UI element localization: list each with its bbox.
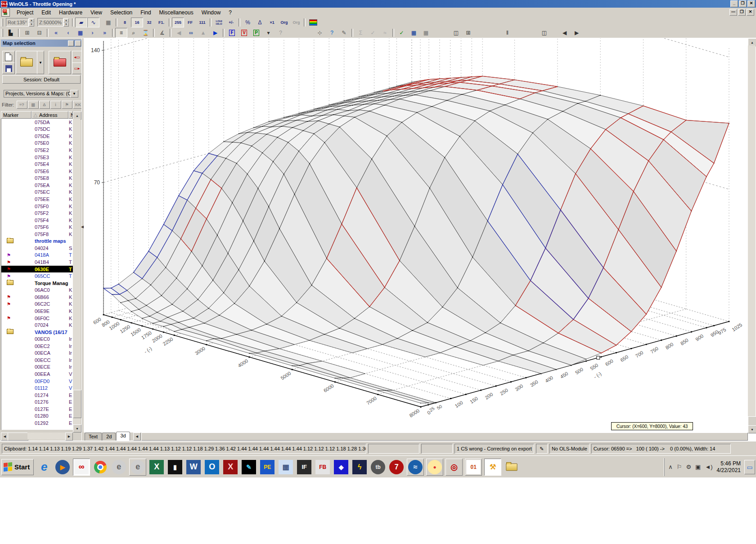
map-list-item[interactable]: 075F0K bbox=[1, 203, 73, 210]
import-file-button[interactable]: ◂▭ bbox=[72, 51, 82, 63]
map-list-item[interactable]: 075E3K bbox=[1, 154, 73, 161]
context-help-button[interactable]: ? bbox=[326, 28, 338, 38]
hourglass-doc-button[interactable]: ⌛ bbox=[140, 28, 152, 38]
map-list-item[interactable]: 075E8K bbox=[1, 175, 73, 182]
prev-map-button[interactable]: ‹ bbox=[62, 28, 74, 38]
map-list-item[interactable]: 00ECEIr bbox=[1, 364, 73, 371]
table-blue-button[interactable]: ▦ bbox=[408, 28, 420, 38]
media-player-taskbar-button[interactable]: ▶ bbox=[54, 459, 71, 475]
menu-project[interactable]: Project bbox=[13, 9, 37, 17]
map-list-item[interactable]: ⚑06C2CK bbox=[1, 301, 73, 308]
map-list-item[interactable]: 075ECK bbox=[1, 189, 73, 196]
filter-flag-button[interactable]: ⚑ bbox=[62, 101, 72, 109]
map-folder-row[interactable]: Torque Manag bbox=[1, 280, 73, 287]
show-desktop-button[interactable]: ▭ bbox=[744, 460, 755, 474]
forward-button[interactable]: ▶ bbox=[209, 28, 221, 38]
next-map-button[interactable]: › bbox=[86, 28, 99, 38]
elsawin2-taskbar-button[interactable]: e bbox=[129, 459, 146, 476]
values-v-button[interactable]: V bbox=[238, 28, 250, 38]
percent-button[interactable]: % bbox=[242, 18, 254, 27]
annotate-button[interactable]: ✎ bbox=[338, 28, 350, 38]
pause-sync-button[interactable]: ‖ bbox=[501, 28, 513, 38]
original-button[interactable]: Org bbox=[278, 18, 290, 27]
column-marker[interactable]: Marker bbox=[1, 111, 32, 119]
eprom-chip-taskbar-button[interactable]: ▮ bbox=[167, 459, 183, 475]
map-list-item[interactable]: ⚑06B66K bbox=[1, 294, 73, 301]
mdi-close-button[interactable]: ✕ bbox=[747, 9, 754, 16]
menu-window[interactable]: Window bbox=[198, 9, 225, 17]
tab-2d[interactable]: 2d bbox=[102, 433, 116, 441]
view-dropdown-button[interactable]: ▾ bbox=[262, 28, 274, 38]
next-version-button[interactable]: ▶ bbox=[571, 28, 583, 38]
magic-hat-button[interactable]: ▙ bbox=[4, 28, 17, 38]
map-list-item[interactable]: 075E4K bbox=[1, 161, 73, 168]
start-button[interactable]: Start bbox=[1, 459, 34, 475]
byte-order-button[interactable]: LOHI HILO bbox=[213, 18, 225, 27]
cube01-taskbar-button[interactable]: 01 bbox=[465, 459, 482, 476]
delta-button[interactable]: Δ bbox=[254, 18, 266, 27]
mdi-child-icon[interactable]: IOI bbox=[1, 8, 10, 17]
view-vscrollbar[interactable] bbox=[748, 45, 756, 425]
panel-pin-button[interactable] bbox=[68, 40, 74, 46]
filter-info-button[interactable]: i bbox=[50, 101, 61, 109]
surface-cursor-marker[interactable] bbox=[597, 356, 600, 359]
outlook-taskbar-button[interactable]: O bbox=[204, 459, 220, 475]
percent-p-button[interactable]: P bbox=[250, 28, 262, 38]
window-split-button[interactable]: ◫ bbox=[538, 28, 550, 38]
map-list[interactable]: 075DAK075DCK075DEK075E0K075E2K075E3K075E… bbox=[1, 119, 73, 430]
excel-taskbar-button[interactable]: X bbox=[148, 459, 165, 475]
tile-windows-button[interactable]: ⊟ bbox=[33, 28, 45, 38]
map-list-item[interactable]: ⚑065CCT bbox=[1, 272, 73, 280]
map-folder-row[interactable]: throttle maps bbox=[1, 238, 73, 245]
export-file-button[interactable]: ▭▸ bbox=[72, 62, 82, 74]
network-monitor-icon[interactable]: ▣ bbox=[695, 464, 701, 470]
display-binary-button[interactable]: 111 bbox=[196, 18, 208, 27]
column-address[interactable]: △Address bbox=[32, 111, 68, 119]
new-map-button[interactable] bbox=[2, 51, 15, 63]
map-list-item[interactable]: 00FD0V bbox=[1, 378, 73, 385]
rotation-spinner[interactable]: ▲▼ bbox=[29, 18, 34, 26]
precision-16bit-button[interactable]: 16 bbox=[131, 18, 143, 27]
antivirus-lock-taskbar-button[interactable]: ● bbox=[426, 459, 443, 476]
checksum-approx-button[interactable]: ≈ bbox=[379, 28, 391, 38]
word-taskbar-button[interactable]: W bbox=[185, 459, 202, 475]
preview-zoom-button[interactable]: ⌕ bbox=[127, 28, 140, 38]
tb-circle-taskbar-button[interactable]: tb bbox=[370, 459, 386, 475]
view-table-button[interactable]: ▦ bbox=[102, 18, 114, 27]
table-gray-button[interactable]: ▦ bbox=[420, 28, 432, 38]
open-project-button[interactable] bbox=[16, 51, 37, 74]
panel-close-button[interactable] bbox=[75, 40, 81, 46]
explorer-folder-taskbar-button[interactable] bbox=[504, 459, 520, 475]
list-vscroll-thumb[interactable] bbox=[73, 390, 81, 418]
map-folder-row[interactable]: VANOS (16/17 bbox=[1, 329, 73, 336]
map-list-item[interactable]: ⚑0418AT bbox=[1, 252, 73, 259]
map-list-item[interactable]: 01280E bbox=[1, 413, 73, 420]
close-button[interactable]: ✕ bbox=[747, 0, 755, 7]
view-scroll-down-button[interactable]: ▼ bbox=[748, 425, 756, 433]
list-scroll-down-button[interactable]: ▼ bbox=[73, 424, 81, 433]
map-list-item[interactable]: 00EC2Ir bbox=[1, 343, 73, 350]
list-column-headers[interactable]: Marker △Address N bbox=[1, 111, 73, 119]
map-list-item[interactable]: 00ECAIr bbox=[1, 350, 73, 357]
wrench-taskbar-button[interactable]: ⚒ bbox=[484, 459, 501, 476]
split-horizontal-button[interactable]: ◫ bbox=[450, 28, 462, 38]
zoom-field[interactable]: Z:50000% bbox=[37, 18, 63, 27]
map-list-item[interactable]: 075DCK bbox=[1, 126, 73, 133]
map-list-item[interactable]: 0127EE bbox=[1, 406, 73, 413]
menu-?[interactable]: ? bbox=[225, 9, 236, 17]
tab-3d[interactable]: 3d bbox=[116, 432, 130, 441]
elsawin-taskbar-button[interactable]: e bbox=[111, 459, 127, 475]
import-upload-button[interactable]: ▲ bbox=[197, 28, 209, 38]
map-list-item[interactable]: 075E2K bbox=[1, 147, 73, 154]
calculator-taskbar-button[interactable]: ▦ bbox=[278, 459, 294, 475]
menu-hardware[interactable]: Hardware bbox=[55, 9, 86, 17]
map-list-item[interactable]: 075EEK bbox=[1, 196, 73, 203]
chip-fb-taskbar-button[interactable]: FB bbox=[315, 459, 331, 475]
map-list-item[interactable]: 00ECCIr bbox=[1, 357, 73, 364]
if-tool-taskbar-button[interactable]: IF bbox=[296, 459, 312, 475]
precision-float-button[interactable]: F1. bbox=[155, 18, 167, 27]
prev-version-button[interactable]: ◀ bbox=[558, 28, 571, 38]
map-list-item[interactable]: 075DAK bbox=[1, 119, 73, 126]
menu-view[interactable]: View bbox=[86, 9, 106, 17]
view-surface-button[interactable]: ▰ bbox=[75, 18, 87, 27]
